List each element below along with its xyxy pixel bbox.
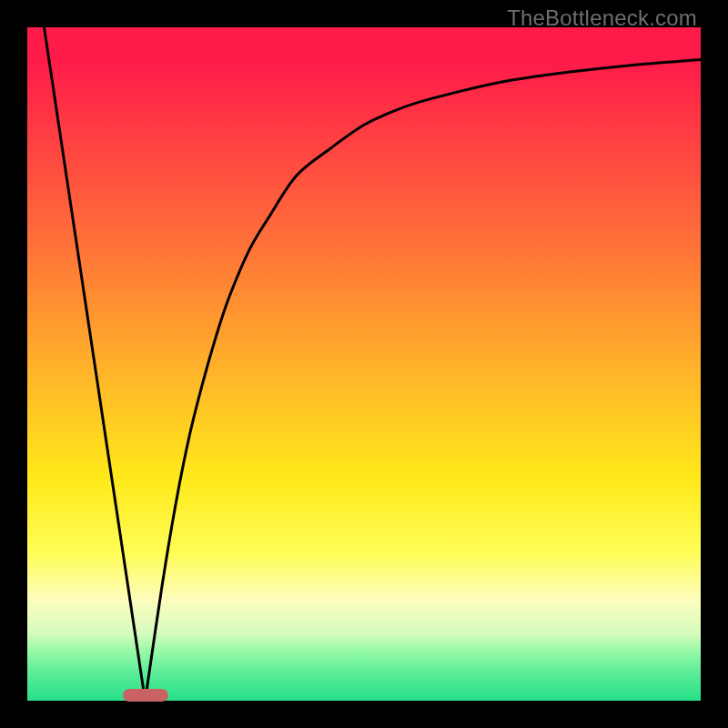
watermark-label: TheBottleneck.com xyxy=(507,5,697,31)
curve-right xyxy=(146,60,702,702)
curve-left-leg xyxy=(45,27,146,701)
chart-frame: TheBottleneck.com xyxy=(0,0,728,728)
bottleneck-marker xyxy=(123,689,168,702)
chart-curves xyxy=(27,27,701,701)
